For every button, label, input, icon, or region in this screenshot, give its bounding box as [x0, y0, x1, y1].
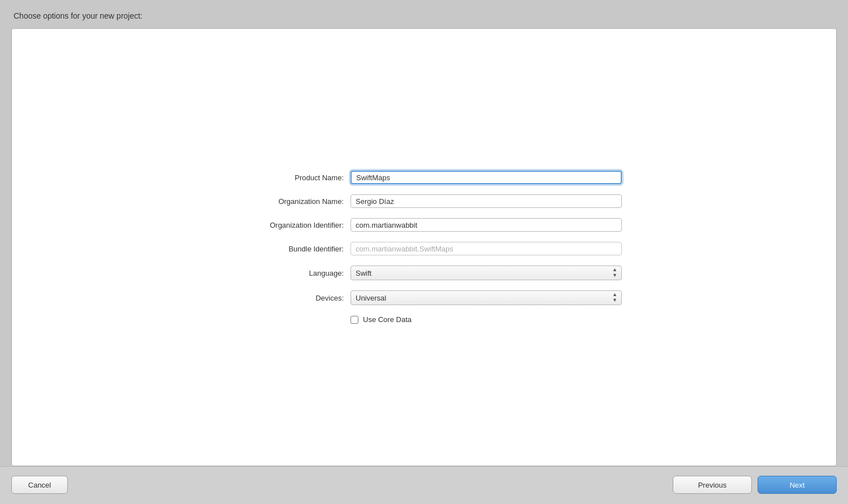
language-label: Language:	[226, 269, 351, 277]
product-name-label: Product Name:	[226, 173, 351, 182]
devices-select-wrapper: Universal iPhone iPad ▲ ▼	[351, 290, 622, 305]
bundle-identifier-row: Bundle Identifier:	[226, 242, 622, 255]
use-core-data-checkbox[interactable]	[351, 316, 358, 324]
cancel-button[interactable]: Cancel	[11, 476, 68, 494]
product-name-input[interactable]	[351, 171, 622, 184]
use-core-data-label[interactable]: Use Core Data	[363, 315, 412, 324]
bottom-bar: Cancel Previous Next	[0, 466, 848, 504]
organization-identifier-input[interactable]	[351, 218, 622, 232]
bundle-identifier-label: Bundle Identifier:	[226, 245, 351, 253]
devices-select[interactable]: Universal iPhone iPad	[351, 290, 622, 305]
dialog-title: Choose options for your new project:	[11, 11, 837, 20]
form-inner: Product Name: Organization Name: Organiz…	[226, 171, 622, 324]
language-row: Language: Swift Objective-C ▲ ▼	[226, 266, 622, 280]
organization-identifier-label: Organization Identifier:	[226, 221, 351, 229]
organization-name-input[interactable]	[351, 194, 622, 208]
use-core-data-row: Use Core Data	[351, 315, 622, 324]
devices-label: Devices:	[226, 294, 351, 302]
dialog-container: Choose options for your new project: Pro…	[0, 0, 848, 466]
organization-name-label: Organization Name:	[226, 197, 351, 206]
language-select[interactable]: Swift Objective-C	[351, 266, 622, 280]
bundle-identifier-input	[351, 242, 622, 255]
product-name-row: Product Name:	[226, 171, 622, 184]
form-panel: Product Name: Organization Name: Organiz…	[11, 28, 837, 466]
language-select-wrapper: Swift Objective-C ▲ ▼	[351, 266, 622, 280]
organization-name-row: Organization Name:	[226, 194, 622, 208]
organization-identifier-row: Organization Identifier:	[226, 218, 622, 232]
previous-button[interactable]: Previous	[673, 476, 752, 494]
right-buttons: Previous Next	[673, 476, 837, 494]
devices-row: Devices: Universal iPhone iPad ▲ ▼	[226, 290, 622, 305]
next-button[interactable]: Next	[758, 476, 837, 494]
